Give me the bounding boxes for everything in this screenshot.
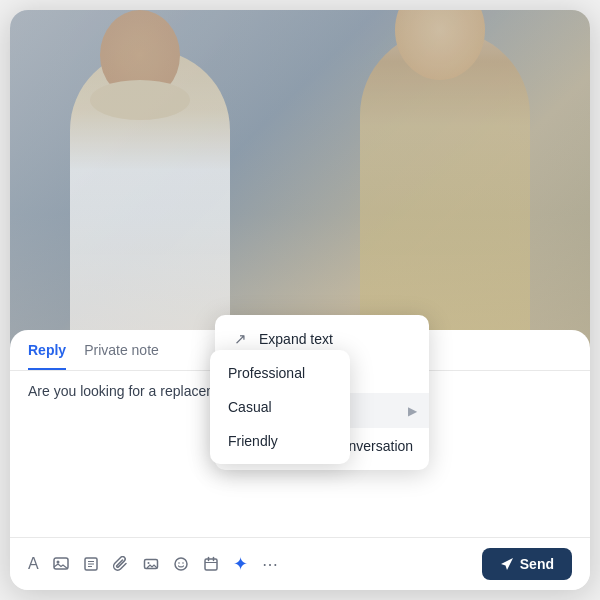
more-options-icon[interactable]: ⋯ — [262, 555, 278, 574]
photo-overlay — [10, 10, 590, 350]
submenu-chevron: ▶ — [408, 404, 417, 418]
submenu-professional[interactable]: Professional — [210, 356, 350, 390]
photo-icon[interactable] — [143, 556, 159, 572]
main-container: Reply Private note Are you looking for a… — [10, 10, 590, 590]
tab-reply[interactable]: Reply — [28, 342, 66, 370]
send-label: Send — [520, 556, 554, 572]
svg-point-10 — [182, 562, 184, 564]
submenu-friendly[interactable]: Friendly — [210, 424, 350, 458]
expand-icon: ↗ — [231, 330, 249, 348]
hero-photo — [10, 10, 590, 350]
toolbar: A ✦ ⋯ — [10, 537, 590, 590]
emoji-icon[interactable] — [173, 556, 189, 572]
ai-sparkle-icon[interactable]: ✦ — [233, 553, 248, 575]
calendar-icon[interactable] — [203, 556, 219, 572]
svg-point-9 — [178, 562, 180, 564]
svg-point-8 — [175, 558, 187, 570]
svg-rect-11 — [205, 559, 217, 570]
text-format-icon[interactable]: A — [28, 555, 39, 573]
svg-point-1 — [56, 561, 59, 564]
svg-point-7 — [147, 562, 149, 564]
tab-private-note[interactable]: Private note — [84, 342, 159, 370]
book-icon[interactable] — [83, 556, 99, 572]
tone-submenu: Professional Casual Friendly — [210, 350, 350, 464]
attachment-icon[interactable] — [113, 556, 129, 572]
expand-text-label: Expand text — [259, 331, 333, 347]
send-button[interactable]: Send — [482, 548, 572, 580]
image-icon[interactable] — [53, 556, 69, 572]
submenu-casual[interactable]: Casual — [210, 390, 350, 424]
